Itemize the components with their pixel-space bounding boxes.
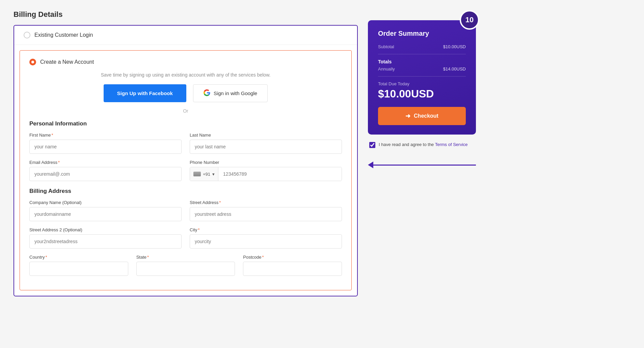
back-arrow-row [368,162,476,168]
last-name-group: Last Name [190,133,342,154]
new-account-radio[interactable] [29,59,36,65]
state-group: State* [136,255,235,276]
street2-label: Street Address 2 (Optional) [29,227,182,232]
totals-label: Totals [378,59,466,64]
country-input[interactable] [29,262,128,276]
total-due-label: Total Due Today [378,81,466,86]
email-input[interactable] [29,167,182,181]
checkout-arrow-icon: ➜ [405,112,410,120]
checkout-button[interactable]: ➜ Checkout [378,107,466,125]
existing-customer-label: Existing Customer Login [34,32,93,38]
phone-group: Phone Number +91 ▾ [190,160,342,181]
facebook-button[interactable]: Sign Up with Facebook [104,84,186,102]
country-group: Country* [29,255,128,276]
phone-country-selector[interactable]: +91 ▾ [190,167,218,181]
email-group: Email Address* [29,160,182,181]
new-account-section: Create a New Account Save time by signin… [20,50,352,290]
terms-text: I have read and agree to the Terms of Se… [379,141,468,148]
back-arrow-line [373,165,476,166]
city-group: City* [190,227,342,249]
personal-info-heading: Personal Information [29,120,342,127]
step-badge: 10 [460,10,479,30]
terms-checkbox[interactable] [369,142,375,148]
existing-customer-row[interactable]: Existing Customer Login [14,26,357,45]
social-subtitle: Save time by signing up using an existin… [29,72,342,78]
checkout-label: Checkout [414,113,438,119]
company-input[interactable] [29,207,182,221]
first-name-group: First Name* [29,133,182,154]
subtotal-value: $10.00USD [443,44,466,49]
street-group: Street Address* [190,200,342,221]
name-row: First Name* Last Name [29,133,342,154]
or-divider: Or [29,108,342,114]
existing-customer-radio[interactable] [24,32,30,38]
state-label: State* [136,255,235,260]
subtotal-row: Subtotal $10.00USD [378,44,466,49]
annually-value: $14.00USD [443,66,466,71]
state-input[interactable] [136,262,235,276]
street2-city-row: Street Address 2 (Optional) City* [29,227,342,249]
first-name-input[interactable] [29,140,182,154]
new-account-label: Create a New Account [40,59,94,65]
phone-label: Phone Number [190,160,342,165]
right-panel: 10 Order Summary Subtotal $10.00USD Tota… [368,10,476,338]
first-name-label: First Name* [29,133,182,138]
google-button-label: Sign in with Google [214,90,257,96]
google-icon [204,89,210,97]
total-due-amount: $10.00USD [378,88,466,100]
annually-row: Annually $14.00USD [378,66,466,71]
summary-divider-2 [378,76,466,77]
phone-input-wrapper: +91 ▾ [190,167,342,181]
new-account-row[interactable]: Create a New Account [29,59,342,71]
chevron-down-icon: ▾ [212,172,215,177]
terms-of-service-link[interactable]: Terms of Service [435,142,468,147]
postcode-input[interactable] [243,262,342,276]
back-arrow-head-icon [368,162,373,168]
country-flag [193,172,201,176]
google-button[interactable]: Sign in with Google [193,84,268,102]
street-label: Street Address* [190,200,342,205]
contact-row: Email Address* Phone Number +91 ▾ [29,160,342,181]
company-group: Company Name (Optional) [29,200,182,221]
summary-divider [378,54,466,54]
street2-group: Street Address 2 (Optional) [29,227,182,249]
social-buttons-row: Sign Up with Facebook Sign in with Googl… [29,84,342,102]
city-label: City* [190,227,342,232]
phone-number-input[interactable] [218,167,342,181]
email-label: Email Address* [29,160,182,165]
order-summary-card: Order Summary Subtotal $10.00USD Totals … [368,20,476,135]
last-name-input[interactable] [190,140,342,154]
postcode-label: Postcode* [243,255,342,260]
country-label: Country* [29,255,128,260]
country-code: +91 [203,172,210,177]
terms-row: I have read and agree to the Terms of Se… [368,141,476,148]
last-name-label: Last Name [190,133,342,138]
city-input[interactable] [190,234,342,249]
country-state-row: Country* State* Postcode* [29,255,342,276]
subtotal-label: Subtotal [378,44,394,49]
company-label: Company Name (Optional) [29,200,182,205]
first-name-required: * [52,133,53,138]
billing-address-heading: Billing Address [29,188,342,195]
company-street-row: Company Name (Optional) Street Address* [29,200,342,221]
street-input[interactable] [190,207,342,221]
postcode-group: Postcode* [243,255,342,276]
order-summary-title: Order Summary [378,30,466,37]
page-title: Billing Details [14,10,358,19]
annually-label: Annually [378,66,395,71]
street2-input[interactable] [29,234,182,249]
form-container: Existing Customer Login Create a New Acc… [14,25,358,296]
